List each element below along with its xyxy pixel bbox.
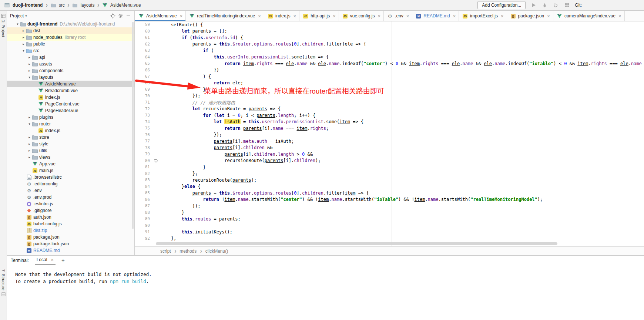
tree-item-auth.json[interactable]: {}auth.json xyxy=(7,214,134,220)
close-tab-icon[interactable]: × xyxy=(406,14,409,18)
new-terminal-button[interactable]: + xyxy=(61,257,65,263)
code-line-79[interactable]: 79 parents[i].children.length > 0 && xyxy=(135,151,644,158)
code-line-75[interactable]: 75 return parents[i].name === item.right… xyxy=(135,125,644,132)
close-tab-icon[interactable]: × xyxy=(453,14,456,18)
tree-item-dist[interactable]: ▸dist xyxy=(7,27,134,34)
chevron-down-icon[interactable]: ▾ xyxy=(27,122,32,126)
debug-icon[interactable] xyxy=(541,3,548,8)
tab-realtimemonitoringindex.vue[interactable]: realTimeMonitoring\index.vue× xyxy=(186,11,264,21)
tab-readme.md[interactable]: MREADME.md× xyxy=(412,11,459,21)
code-line-88[interactable]: 88 } xyxy=(135,209,644,216)
tree-item-main.js[interactable]: JSmain.js xyxy=(7,167,134,174)
settings-gear-icon[interactable] xyxy=(117,13,124,18)
code-line-81[interactable]: 81 } xyxy=(135,164,644,171)
hide-panel-icon[interactable] xyxy=(125,14,131,18)
chevron-right-icon[interactable]: ▸ xyxy=(27,135,32,139)
close-tab-icon[interactable]: × xyxy=(180,14,183,18)
tree-item-components[interactable]: ▸components xyxy=(7,67,134,74)
tree-item-.editorconfig[interactable]: ⚙.editorconfig xyxy=(7,181,134,187)
chevron-right-icon[interactable]: ▸ xyxy=(27,62,32,66)
chevron-right-icon[interactable]: ▸ xyxy=(27,69,32,73)
tool-window-icon[interactable] xyxy=(0,292,7,296)
chevron-down-icon[interactable]: ▾ xyxy=(25,14,27,18)
code-line-70[interactable]: 70 }); xyxy=(135,93,644,100)
project-tree-scrollbar[interactable] xyxy=(132,22,134,229)
close-tab-icon[interactable]: × xyxy=(378,14,380,18)
tree-item-index.js[interactable]: JSindex.js xyxy=(7,127,134,134)
close-tab-icon[interactable]: × xyxy=(501,14,504,18)
tree-item-src[interactable]: ▾src xyxy=(7,47,134,54)
code-line-67[interactable]: 67 ) { xyxy=(135,73,644,80)
code-line-84[interactable]: 84 }else { xyxy=(135,183,644,190)
close-tab-icon[interactable]: × xyxy=(294,14,296,18)
code-line-68[interactable]: 68 return ele; xyxy=(135,80,644,87)
close-tab-icon[interactable]: × xyxy=(258,14,261,18)
chevron-down-icon[interactable]: ▾ xyxy=(27,75,32,79)
chevron-right-icon[interactable]: ▸ xyxy=(27,142,32,146)
tree-item-layouts[interactable]: ▾layouts xyxy=(7,74,134,81)
editor-crumb[interactable]: script xyxy=(160,249,171,254)
tree-item-index.js[interactable]: JSindex.js xyxy=(7,94,134,101)
close-tab-icon[interactable]: × xyxy=(547,14,550,18)
close-tab-icon[interactable]: × xyxy=(618,14,621,18)
tree-item-style[interactable]: ▸style xyxy=(7,141,134,147)
code-line-72[interactable]: 72 let recursionRoute = parents => { xyxy=(135,106,644,112)
titlebar-crumb[interactable]: src xyxy=(59,3,65,8)
close-icon[interactable]: × xyxy=(51,257,54,262)
tree-item-router[interactable]: ▾router xyxy=(7,121,134,127)
tab-index.js[interactable]: JSindex.js× xyxy=(264,11,299,21)
git-label[interactable]: Git: xyxy=(575,3,582,8)
editor-crumb[interactable]: clickMenu() xyxy=(205,249,228,254)
chevron-right-icon[interactable]: ▸ xyxy=(27,115,32,119)
tree-item-utils[interactable]: ▸utils xyxy=(7,147,134,154)
chevron-right-icon[interactable]: ▸ xyxy=(27,149,32,152)
code-line-87[interactable]: 87 }); xyxy=(135,203,644,209)
code-area[interactable]: 59 setRoute() {60 let parents = [];61 if… xyxy=(135,21,644,246)
tree-item-breadcrumb.vue[interactable]: Breadcrumb.vue xyxy=(7,87,134,94)
code-line-74[interactable]: 74 let isAuth = this.userInfo.permission… xyxy=(135,119,644,125)
add-configuration-button[interactable]: Add Configuration... xyxy=(477,1,526,9)
tree-item-duoji-frontend[interactable]: ▾duoji-frontendD:\zheheWeb\duoji-fronten… xyxy=(7,21,134,27)
horizontal-scrollbar[interactable] xyxy=(156,242,557,245)
chevron-down-icon[interactable]: ▾ xyxy=(21,49,26,53)
code-line-82[interactable]: 82 }; xyxy=(135,171,644,177)
tab-http-api.js[interactable]: JShttp-api.js× xyxy=(299,11,339,21)
code-line-85[interactable]: 85 parents = this.$router.options.routes… xyxy=(135,190,644,196)
tab-cameramanageindex.vue[interactable]: cameraManage\index.vue× xyxy=(553,11,625,21)
tree-item-views[interactable]: ▸views xyxy=(7,154,134,161)
tree-item-readme.md[interactable]: MREADME.md xyxy=(7,247,134,254)
stripe-project-button[interactable]: 1: Project xyxy=(1,20,6,37)
tree-item-.gitignore[interactable]: .gitignore xyxy=(7,207,134,214)
code-line-61[interactable]: 61 if (this.userInfo.id) { xyxy=(135,34,644,41)
tree-item-app.vue[interactable]: App.vue xyxy=(7,161,134,167)
tree-item-.eslintrc.js[interactable]: .eslintrc.js xyxy=(7,201,134,207)
tree-item-asidemenu.vue[interactable]: AsideMenu.vue xyxy=(7,81,134,87)
titlebar-crumb[interactable]: layouts xyxy=(80,3,94,8)
code-line-62[interactable]: 62 parents = this.$router.options.routes… xyxy=(135,41,644,48)
code-line-60[interactable]: 60 let parents = []; xyxy=(135,28,644,35)
tree-item-plugins[interactable]: ▸plugins xyxy=(7,114,134,121)
locate-file-icon[interactable] xyxy=(110,13,116,18)
tree-item-package-lock.json[interactable]: {}package-lock.json xyxy=(7,240,134,247)
project-tool-icon[interactable] xyxy=(0,14,7,18)
update-project-icon[interactable] xyxy=(553,3,559,8)
project-panel-title[interactable]: Project xyxy=(10,13,24,18)
code-line-59[interactable]: 59 setRoute() { xyxy=(135,21,644,28)
code-line-69[interactable]: 69 } xyxy=(135,86,644,93)
code-line-83[interactable]: 83 recursionRoute(parents); xyxy=(135,177,644,183)
tree-item-pageheader.vue[interactable]: PageHeader.vue xyxy=(7,107,134,114)
tab-.env[interactable]: ⚙.env× xyxy=(384,11,412,21)
chevron-down-icon[interactable]: ▾ xyxy=(15,22,20,26)
tree-item-.browserslistrc[interactable]: .browserslistrc xyxy=(7,174,134,181)
chevron-right-icon[interactable]: ▸ xyxy=(27,55,32,59)
code-line-80[interactable]: 80 recursionRoute(parents[i].children); xyxy=(135,158,644,164)
code-line-63[interactable]: 63 if ( xyxy=(135,47,644,54)
tree-item-public[interactable]: ▸public xyxy=(7,41,134,47)
chevron-right-icon[interactable]: ▸ xyxy=(27,155,32,159)
code-line-76[interactable]: 76 }); xyxy=(135,132,644,138)
tree-item-babel.config.js[interactable]: JSbabel.config.js xyxy=(7,220,134,227)
code-line-64[interactable]: 64 this.userInfo.permissionList.some(ite… xyxy=(135,54,644,61)
tree-item-store[interactable]: ▸store xyxy=(7,134,134,141)
tab-vue.config.js[interactable]: JSvue.config.js× xyxy=(339,11,384,21)
layout-grid-icon[interactable] xyxy=(564,3,570,7)
